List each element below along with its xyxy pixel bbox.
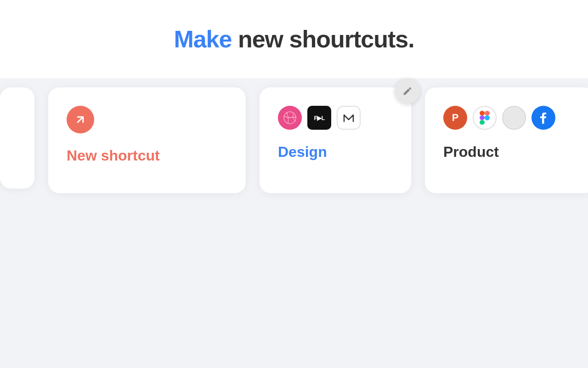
hero-title-make: Make xyxy=(174,26,232,52)
edit-button[interactable] xyxy=(395,78,420,104)
new-shortcut-label: New shortcut xyxy=(67,147,227,164)
dribbble-icon xyxy=(278,106,302,130)
new-shortcut-card[interactable]: New shortcut xyxy=(48,87,246,193)
svg-rect-4 xyxy=(480,115,485,120)
design-app-icons: F▶L xyxy=(278,106,393,130)
partial-card xyxy=(0,87,34,189)
product-label: Product xyxy=(443,144,577,161)
unknown-app-icon xyxy=(502,106,526,130)
arrow-up-right-icon xyxy=(74,113,87,126)
svg-rect-3 xyxy=(485,111,490,115)
figma-icon xyxy=(473,106,497,130)
svg-rect-2 xyxy=(480,111,485,115)
framer-icon: F▶L xyxy=(307,106,331,130)
svg-rect-5 xyxy=(480,120,485,125)
maze-icon xyxy=(337,106,361,130)
product-app-icons: P xyxy=(443,106,577,130)
pencil-icon xyxy=(402,86,413,96)
new-shortcut-icon xyxy=(67,106,94,133)
svg-point-6 xyxy=(485,115,490,121)
design-label: Design xyxy=(278,144,393,161)
producthunt-icon: P xyxy=(443,106,467,130)
cards-container: New shortcut xyxy=(0,87,588,193)
facebook-icon xyxy=(531,106,555,130)
product-card[interactable]: P xyxy=(425,87,588,193)
design-card[interactable]: F▶L Design xyxy=(260,87,411,193)
hero-title-rest: new shourtcuts. xyxy=(232,26,414,52)
hero-section: Make new shourtcuts. xyxy=(0,0,588,78)
shortcuts-section: New shortcut xyxy=(0,78,588,368)
hero-title: Make new shourtcuts. xyxy=(174,25,414,53)
